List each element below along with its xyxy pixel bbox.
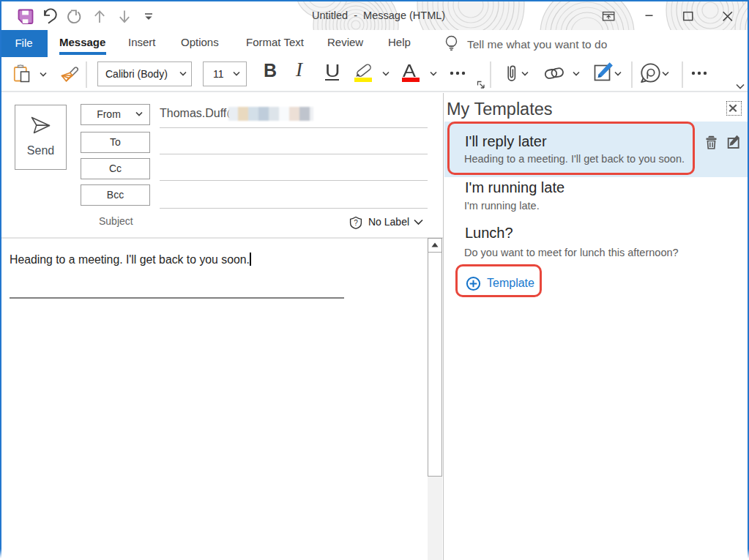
svg-text:?: ? [354, 219, 358, 227]
